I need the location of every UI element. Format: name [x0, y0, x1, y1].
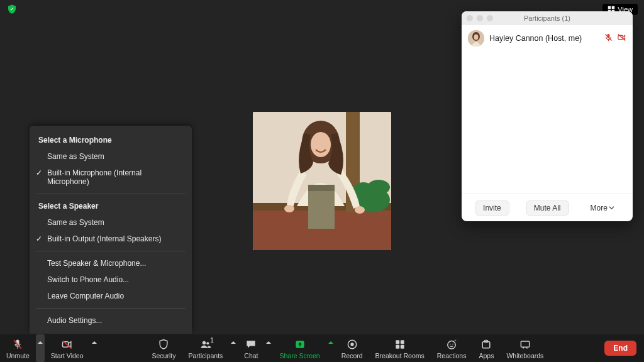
svg-rect-1 — [612, 6, 615, 9]
chat-button[interactable]: Chat — [238, 334, 264, 362]
whiteboard-icon — [519, 338, 531, 351]
svg-point-19 — [474, 35, 479, 40]
svg-text:+: + — [454, 338, 457, 342]
speaker-option[interactable]: ✓Built-in Output (Internal Speakers) — [30, 231, 192, 247]
meeting-toolbar: Unmute Start Video Security 1 Participan… — [0, 334, 644, 362]
mic-option[interactable]: ✓Built-in Microphone (Internal Microphon… — [30, 165, 192, 190]
speaker-section-title: Select a Speaker — [30, 198, 192, 214]
end-meeting-button[interactable]: End — [604, 341, 636, 356]
svg-rect-20 — [608, 40, 609, 41]
svg-point-10 — [353, 182, 374, 197]
svg-point-16 — [355, 206, 365, 214]
share-caret[interactable] — [326, 334, 335, 362]
share-screen-icon — [294, 338, 306, 351]
svg-rect-42 — [485, 340, 488, 342]
video-off-icon — [61, 338, 74, 351]
svg-rect-36 — [400, 345, 404, 349]
svg-rect-14 — [308, 185, 335, 191]
svg-rect-43 — [521, 341, 529, 347]
reactions-button[interactable]: + Reactions — [431, 334, 473, 362]
svg-point-39 — [452, 344, 453, 345]
svg-point-32 — [350, 343, 353, 346]
window-traffic-lights[interactable] — [467, 15, 493, 21]
chat-caret[interactable] — [264, 334, 273, 362]
leave-computer-audio-item[interactable]: Leave Computer Audio — [30, 288, 192, 304]
svg-rect-35 — [396, 345, 399, 349]
participants-list: Hayley Cannon (Host, me) — [462, 25, 633, 194]
share-screen-button[interactable]: Share Screen — [273, 334, 326, 362]
svg-point-28 — [203, 341, 206, 344]
svg-rect-13 — [308, 185, 335, 229]
apps-icon — [480, 338, 492, 351]
participant-name: Hayley Cannon (Host, me) — [489, 34, 599, 43]
breakout-rooms-button[interactable]: Breakout Rooms — [369, 334, 431, 362]
participants-titlebar[interactable]: Participants (1) — [462, 11, 633, 25]
svg-rect-33 — [396, 340, 399, 344]
mic-option[interactable]: Same as System — [30, 148, 192, 165]
svg-rect-34 — [400, 340, 404, 344]
participants-panel: Participants (1) Hayley Cannon (Host, me… — [462, 11, 633, 221]
mute-all-button[interactable]: Mute All — [526, 200, 569, 216]
audio-settings-popover: Select a Microphone Same as System ✓Buil… — [30, 126, 192, 334]
speaker-option[interactable]: Same as System — [30, 214, 192, 231]
more-label: More — [591, 204, 608, 212]
participants-more-button[interactable]: More — [586, 201, 619, 215]
svg-point-38 — [450, 344, 451, 345]
security-button[interactable]: Security — [146, 334, 182, 362]
meeting-stage: View — [0, 0, 644, 362]
chat-icon — [245, 338, 257, 351]
mic-section-title: Select a Microphone — [30, 132, 192, 148]
shield-icon — [157, 338, 170, 351]
video-caret[interactable] — [90, 334, 99, 362]
participants-button[interactable]: 1 Participants — [182, 334, 229, 362]
unmute-button[interactable]: Unmute — [0, 334, 36, 362]
switch-phone-audio-item[interactable]: Switch to Phone Audio... — [30, 272, 192, 288]
audio-settings-item[interactable]: Audio Settings... — [30, 312, 192, 329]
participants-count-badge: 1 — [210, 337, 214, 344]
audio-caret[interactable] — [36, 334, 45, 362]
video-off-icon — [617, 33, 626, 44]
svg-rect-24 — [18, 347, 18, 349]
whiteboards-button[interactable]: Whiteboards — [500, 334, 550, 362]
breakout-icon — [394, 338, 406, 351]
reactions-icon: + — [445, 338, 458, 351]
record-button[interactable]: Record — [335, 334, 369, 362]
svg-rect-0 — [608, 6, 611, 9]
participants-caret[interactable] — [229, 334, 238, 362]
svg-point-29 — [206, 342, 209, 344]
apps-button[interactable]: Apps — [472, 334, 500, 362]
mic-muted-icon — [604, 33, 613, 44]
avatar — [468, 30, 484, 47]
participants-footer: Invite Mute All More — [462, 194, 633, 221]
svg-point-37 — [448, 341, 456, 349]
chevron-down-icon — [609, 205, 614, 211]
svg-point-15 — [284, 205, 294, 212]
mic-muted-icon — [11, 338, 24, 351]
self-video-tile[interactable] — [253, 112, 391, 250]
start-video-button[interactable]: Start Video — [45, 334, 90, 362]
invite-button[interactable]: Invite — [475, 200, 509, 216]
record-icon — [346, 338, 358, 351]
test-speaker-mic-item[interactable]: Test Speaker & Microphone... — [30, 255, 192, 272]
encryption-shield-icon[interactable] — [6, 4, 18, 15]
svg-point-12 — [311, 132, 331, 157]
participant-row[interactable]: Hayley Cannon (Host, me) — [468, 30, 626, 47]
